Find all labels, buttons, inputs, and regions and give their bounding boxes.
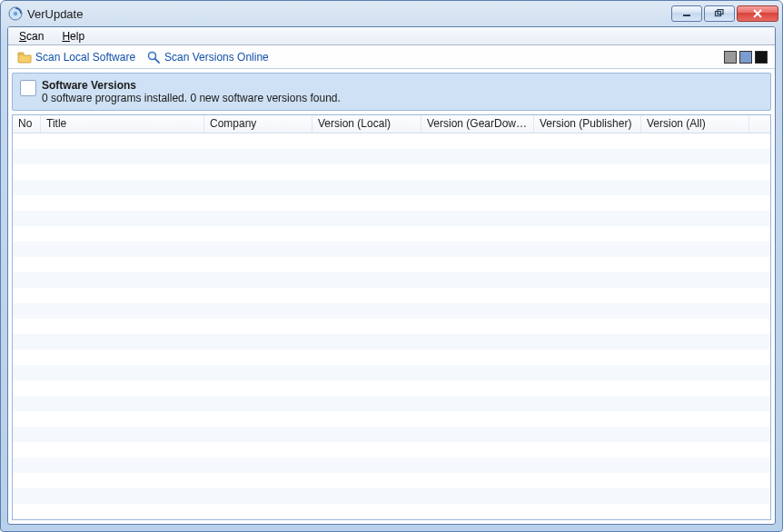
menu-scan[interactable]: Scan [10, 28, 53, 44]
table-row [13, 319, 770, 334]
table-row [13, 180, 770, 195]
table-row [13, 334, 770, 350]
table-row [13, 149, 770, 164]
table-row [13, 488, 770, 504]
theme-black-swatch[interactable] [755, 51, 768, 64]
app-window: VerUpdate Scan Help [0, 0, 783, 532]
col-header-version-local[interactable]: Version (Local) [312, 115, 421, 133]
info-panel: Software Versions 0 software programs in… [12, 73, 771, 111]
table-row [13, 241, 770, 257]
table-row [13, 442, 770, 458]
folder-icon [17, 50, 32, 64]
client-area: Scan Help Scan Local Software [7, 26, 776, 525]
minimize-button[interactable] [671, 5, 702, 22]
col-header-version-geardownload[interactable]: Version (GearDownload) [421, 115, 534, 133]
table-row [13, 473, 770, 488]
svg-line-9 [155, 58, 160, 63]
table-row [13, 164, 770, 180]
table-row [13, 350, 770, 365]
table-row [13, 288, 770, 303]
table-row [13, 226, 770, 241]
window-thumb-icon [20, 80, 36, 96]
toolbar: Scan Local Software Scan Versions Online [8, 45, 775, 69]
col-header-no[interactable]: No [13, 115, 41, 133]
table-row [13, 504, 770, 519]
table-row [13, 195, 770, 211]
info-heading: Software Versions [42, 79, 341, 92]
col-header-version-all[interactable]: Version (All) [641, 115, 749, 133]
table-row [13, 396, 770, 411]
menu-help[interactable]: Help [53, 28, 94, 44]
table-row [13, 458, 770, 473]
scan-online-button[interactable]: Scan Versions Online [141, 48, 274, 66]
table-row [13, 411, 770, 427]
svg-point-1 [14, 12, 17, 15]
titlebar[interactable]: VerUpdate [1, 1, 782, 26]
scan-local-button[interactable]: Scan Local Software [12, 48, 141, 66]
col-header-company[interactable]: Company [204, 115, 312, 133]
maximize-button[interactable] [704, 5, 735, 22]
app-icon [8, 6, 23, 21]
table-row [13, 365, 770, 380]
table-row [13, 211, 770, 226]
grid-body [13, 133, 770, 519]
col-header-version-publisher[interactable]: Version (Publisher) [534, 115, 641, 133]
menubar: Scan Help [8, 27, 775, 45]
results-grid[interactable]: No Title Company Version (Local) Version… [12, 114, 771, 520]
theme-swatches [724, 51, 771, 64]
search-icon [146, 50, 161, 64]
scan-local-label: Scan Local Software [35, 51, 135, 64]
theme-blue-swatch[interactable] [739, 51, 752, 64]
grid-header-row: No Title Company Version (Local) Version… [13, 115, 770, 133]
scan-online-label: Scan Versions Online [164, 51, 269, 64]
table-row [13, 380, 770, 396]
col-header-tail [749, 115, 770, 133]
svg-rect-7 [18, 53, 24, 54]
table-row [13, 272, 770, 288]
window-title: VerUpdate [27, 7, 83, 21]
close-button[interactable] [737, 5, 778, 22]
info-status: 0 software programs installed. 0 new sof… [42, 92, 341, 104]
table-row [13, 427, 770, 442]
table-row [13, 133, 770, 149]
theme-gray-swatch[interactable] [724, 51, 737, 64]
table-row [13, 257, 770, 272]
col-header-title[interactable]: Title [41, 115, 204, 133]
table-row [13, 303, 770, 319]
